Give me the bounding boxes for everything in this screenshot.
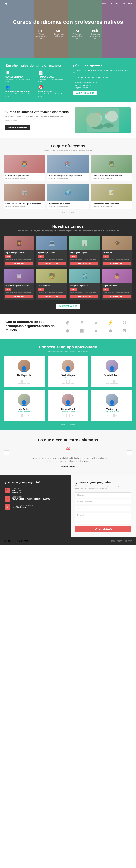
- social-in-mia[interactable]: in: [27, 414, 30, 417]
- logo-icon-10: ⊡: [123, 329, 126, 333]
- stat-num-2: 74: [71, 29, 83, 33]
- course-4-desc: Lorem ipsum dolor sit amet, consectetur: [103, 259, 131, 261]
- svg-rect-0: [87, 108, 119, 132]
- green-feature-entrenamientos: 🎯 ENTRENAMIENTOS Sample text. Click to s…: [38, 85, 69, 97]
- profesores-text: Sample text. Click to select the Text El…: [5, 93, 36, 97]
- footer-link-about[interactable]: ABOUT: [117, 540, 123, 542]
- hero-stat-2: 74Profesores. Haga Click to leer: [71, 29, 83, 39]
- avatar-monica: [62, 394, 74, 406]
- social-fb-monica[interactable]: f: [62, 414, 65, 417]
- hero-stat-3: 80kEstudiantes. Haga Click to leer: [89, 29, 102, 39]
- team-card-mia: Mia Parker Profesora de español f t in: [4, 390, 45, 421]
- course-2-btn[interactable]: VER DETALLES: [38, 262, 66, 266]
- course-1-desc: Lorem ipsum dolor sit amet, consectetur: [5, 259, 33, 261]
- course-4-price: $17: [103, 255, 109, 258]
- nav-contact[interactable]: CONTACT: [122, 2, 132, 4]
- social-in-monica[interactable]: in: [71, 414, 74, 417]
- entrenamientos-icon: 🎯: [38, 85, 69, 90]
- social-tw-mia[interactable]: t: [23, 414, 26, 417]
- course-7-btn[interactable]: VER DETALLES: [70, 295, 98, 298]
- why-list-item-1: Consigna contenidos mas profundos con ma…: [75, 76, 131, 79]
- logo-icon-5: ⬡: [123, 320, 126, 325]
- offer-card-1-title: Cursos de inglés flexibles: [5, 175, 43, 177]
- nav-about[interactable]: ABOUT: [111, 2, 118, 4]
- offer-credit: Imagen de Freepik: [4, 212, 132, 213]
- testimonial-title: Lo que dicen nuestros alumnos: [5, 438, 131, 442]
- courses-title: Nuestros cursos: [4, 224, 132, 229]
- course-3-btn[interactable]: VER DETALLES: [70, 262, 98, 266]
- testimonial-prev-btn[interactable]: ‹: [4, 451, 9, 456]
- social-fb-mia[interactable]: f: [18, 414, 22, 417]
- logo-item-4: ⚡: [104, 319, 116, 326]
- green-title: Enseñe inglés de la mejor manera: [5, 64, 69, 68]
- course-5-btn[interactable]: VER DETALLES: [5, 295, 33, 298]
- course-1-btn[interactable]: VER DETALLES: [5, 262, 33, 266]
- svg-point-1: [93, 114, 102, 123]
- course-8-btn[interactable]: VER DETALLES: [103, 295, 131, 298]
- green-section: Enseñe inglés de la mejor manera 🖥 CLASE…: [0, 58, 136, 102]
- promo-btn[interactable]: MÁS INFORMACIÓN: [5, 125, 30, 130]
- social-in-walter[interactable]: in: [114, 414, 118, 417]
- contact-name-field[interactable]: [75, 493, 132, 498]
- promo-title: Cursos de idiomas y formación empresaria…: [5, 110, 72, 114]
- team-name-nat: Nat Reynolds: [6, 374, 42, 377]
- stat-num-3: 80k: [89, 29, 102, 33]
- svg-point-4: [103, 123, 113, 128]
- footer-link-home[interactable]: HOME: [110, 540, 114, 542]
- social-in-sasha[interactable]: in: [71, 380, 74, 383]
- course-6-btn[interactable]: VER DETALLES: [38, 295, 66, 298]
- course-card-3: 📊 Inglés para negocios $38 Lorem ipsum d…: [69, 236, 100, 267]
- course-3-title: Inglés para negocios: [70, 252, 98, 254]
- social-fb-nat[interactable]: f: [18, 380, 22, 383]
- social-fb-walter[interactable]: f: [106, 414, 109, 417]
- team-card-sasha: Sasha Payne Locutor f t in: [47, 356, 89, 387]
- hero-stats: 10+Años de experiencia en el sector50+Cu…: [13, 29, 123, 39]
- avatar-mia: [18, 394, 30, 406]
- course-1-title: Inglés para principiantes: [5, 252, 33, 254]
- social-tw-walter[interactable]: t: [110, 414, 113, 417]
- logo-icon-1: ◎: [66, 320, 69, 325]
- course-7-desc: Lorem ipsum dolor sit amet, consectetur: [70, 291, 98, 293]
- contact-subject-field[interactable]: [75, 506, 132, 511]
- team-name-sasha: Sasha Payne: [50, 374, 86, 377]
- contact-location: 📍 UBICACIÓN New 24 Street, N. Avenue, Nu…: [4, 496, 66, 501]
- social-fb-jessie[interactable]: f: [106, 380, 109, 383]
- logo-item-7: ▣: [76, 328, 88, 334]
- footer-link-contact[interactable]: CONTACT: [125, 540, 132, 542]
- location-value: New 24 Street, N. Avenue, Nueva York, 10…: [12, 498, 50, 500]
- courses-more-btn[interactable]: MÁS INFORMACIÓN: [56, 304, 80, 309]
- social-tw-jessie[interactable]: t: [110, 380, 113, 383]
- logo-icon-4: ⚡: [108, 320, 113, 325]
- promo-image: [75, 107, 131, 133]
- why-us-btn[interactable]: MÁS INFORMACIÓN: [73, 91, 97, 95]
- course-card-4: 🎓 Cursos de ... $17 Lorem ipsum dolor si…: [102, 236, 132, 267]
- contact-submit-btn[interactable]: ENVIAR MENSAJE: [75, 526, 132, 532]
- offer-card-6-text: Lorem ad min venial semper: [93, 206, 131, 208]
- social-in-jessie[interactable]: in: [114, 380, 118, 383]
- course-2-desc: Lorem ipsum dolor sit amet, consectetur: [38, 259, 66, 261]
- course-4-btn[interactable]: VER DETALLES: [103, 262, 131, 266]
- testimonial-next-btn[interactable]: ›: [127, 451, 132, 456]
- course-6-title: Clases privadas: [38, 285, 66, 287]
- green-features-grid: 🖥 CLASES EN LÍNEA Sample text. Click to …: [5, 70, 69, 97]
- green-feature-traducciones: 📄 TRADUCCIONES Sample text. Click to sel…: [38, 70, 69, 83]
- social-tw-nat[interactable]: t: [23, 380, 26, 383]
- team-name-walter: Walter Lily: [94, 408, 130, 410]
- offer-card-3-image: 👨‍🏫: [91, 155, 132, 173]
- team-section: Conozca al equipo apasionado Lorem ipsum…: [0, 339, 136, 430]
- nav-home[interactable]: HOME: [101, 2, 107, 4]
- promo-credit: Imagen de Freepik: [5, 120, 72, 122]
- logo: logo: [4, 2, 9, 4]
- promo-section: Cursos de idiomas y formación empresaria…: [0, 102, 136, 138]
- social-tw-monica[interactable]: t: [66, 414, 70, 417]
- social-tw-sasha[interactable]: t: [66, 380, 70, 383]
- logo-item-10: ⊡: [118, 328, 131, 334]
- course-4-image: 🎓: [102, 236, 132, 250]
- team-name-monica: Mónica Poull: [50, 408, 86, 410]
- contact-message-field[interactable]: [75, 513, 132, 524]
- social-fb-sasha[interactable]: f: [62, 380, 65, 383]
- offer-card-4-text: Lorem ad min venial semper: [5, 206, 43, 208]
- social-in-nat[interactable]: in: [27, 380, 30, 383]
- testimonial-text: Lorem ipsum dolor sit amet, consectetur …: [27, 457, 109, 463]
- contact-email-field[interactable]: [75, 499, 132, 504]
